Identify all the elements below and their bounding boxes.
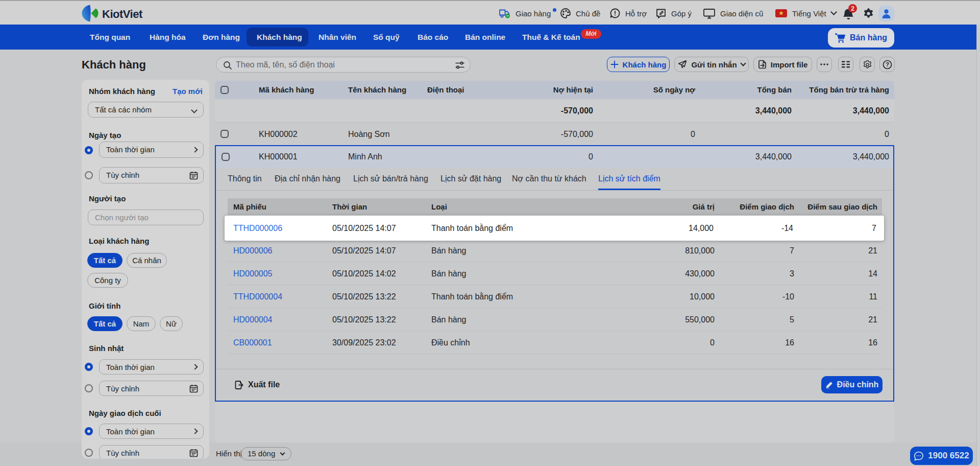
svg-text:?: ? (886, 61, 889, 67)
svg-text:2: 2 (851, 5, 854, 12)
